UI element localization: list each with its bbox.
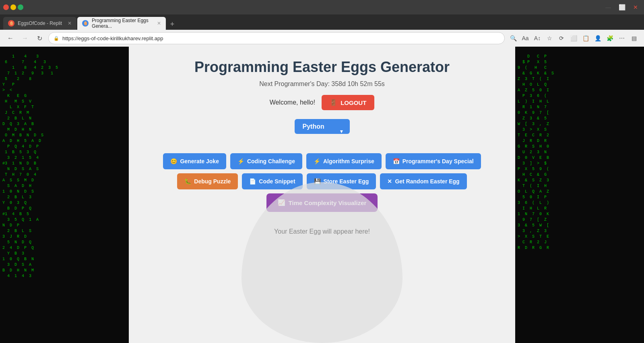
tab-eggs-replit[interactable]: 🥚 EggsOfCode - Replit ✕ [3, 17, 76, 30]
welcome-row: Welcome, hello! 🚪 LOGOUT [270, 95, 375, 110]
tab1-favicon: 🥚 [8, 20, 14, 27]
profile-icon[interactable]: 👤 [592, 33, 603, 43]
favorites-icon[interactable]: ☆ [544, 33, 555, 43]
logout-label: LOGOUT [341, 99, 366, 106]
buttons-row-1: 😊 Generate Joke ⚡ Coding Challenge ⚡ Alg… [163, 153, 481, 169]
window-close-btn[interactable]: ✕ [630, 2, 641, 12]
programmers-day-label: Programmer's Day Special [402, 158, 474, 164]
content-area: Programming Easter Eggs Generator Next P… [129, 47, 515, 343]
countdown: Next Programmer's Day: 358d 10h 52m 55s [259, 80, 385, 88]
logout-button[interactable]: 🚪 LOGOUT [322, 95, 374, 110]
tab2-label: Programming Easter Eggs Genera... [92, 18, 151, 29]
debug-puzzle-label: Debug Puzzle [194, 178, 231, 185]
back-btn[interactable]: ← [5, 33, 16, 44]
split-view-icon[interactable]: ⬜ [568, 33, 579, 43]
refresh-icon[interactable]: ⟳ [556, 33, 567, 43]
address-bar[interactable]: 🔒 https://eggs-of-code-kirillkukharev.re… [48, 32, 505, 44]
minimize-window-btn[interactable] [10, 4, 16, 10]
maximize-window-btn[interactable] [18, 4, 23, 10]
main-area: 1 4 3 6 7 4 3 1 8 4 2 3 5 7 1 2 9 3 1 5 … [0, 47, 644, 343]
search-icon[interactable]: 🔍 [508, 33, 518, 43]
address-text: https://eggs-of-code-kirillkukharev.repl… [62, 35, 500, 41]
debug-puzzle-button[interactable]: 🐛 Debug Puzzle [177, 173, 238, 189]
extensions-icon[interactable]: 🧩 [605, 33, 615, 43]
page-title: Programming Easter Eggs Generator [194, 59, 450, 76]
debug-puzzle-icon: 🐛 [184, 178, 191, 185]
nav-bar: ← → ↻ 🔒 https://eggs-of-code-kirillkukha… [0, 30, 644, 47]
lock-icon: 🔒 [54, 36, 59, 41]
nav-actions: 🔍 Aa A↕ ☆ ⟳ ⬜ 📋 👤 🧩 ⋯ ▤ [508, 33, 639, 43]
tab2-favicon: 🥚 [82, 20, 89, 27]
collections-icon[interactable]: 📋 [580, 33, 591, 43]
welcome-text: Welcome, hello! [270, 99, 316, 106]
algorithm-surprise-button[interactable]: ⚡ Algorithm Surprise [306, 153, 382, 169]
get-random-button[interactable]: ✕ Get Random Easter Egg [380, 173, 466, 189]
generate-joke-button[interactable]: 😊 Generate Joke [163, 153, 226, 169]
tab-easter-eggs[interactable]: 🥚 Programming Easter Eggs Genera... ✕ [77, 17, 166, 30]
placeholder-text: Your Easter Egg will appear here! [274, 228, 370, 235]
tab1-label: EggsOfCode - Replit [18, 21, 62, 26]
window-minimize-btn[interactable]: — [603, 2, 613, 12]
browser-chrome: — ⬜ ✕ 🥚 EggsOfCode - Replit ✕ 🥚 Programm… [0, 0, 644, 47]
egg-background [242, 182, 402, 343]
code-snippet-button[interactable]: 📄 Code Snippet [242, 173, 302, 189]
tab1-close[interactable]: ✕ [68, 21, 72, 26]
code-snippet-icon: 📄 [249, 178, 256, 185]
language-select[interactable]: Python JavaScript Java C++ Go Rust [295, 119, 350, 134]
code-snippet-label: Code Snippet [259, 178, 295, 185]
language-select-wrapper[interactable]: Python JavaScript Java C++ Go Rust [295, 119, 350, 144]
get-random-icon: ✕ [387, 178, 392, 185]
title-bar: — ⬜ ✕ [0, 0, 644, 14]
algorithm-surprise-icon: ⚡ [314, 158, 320, 164]
tab2-close[interactable]: ✕ [157, 21, 161, 26]
new-tab-btn[interactable]: + [167, 18, 178, 30]
sidebar-icon[interactable]: ▤ [629, 33, 639, 43]
matrix-left: 1 4 3 6 7 4 3 1 8 4 2 3 5 7 1 2 9 3 1 5 … [0, 47, 129, 343]
countdown-value: 358d 10h 52m 55s [331, 80, 385, 87]
generate-joke-label: Generate Joke [180, 158, 219, 164]
reader-view-icon[interactable]: A↕ [532, 33, 543, 43]
close-window-btn[interactable] [3, 4, 9, 10]
menu-icon[interactable]: ⋯ [617, 33, 627, 43]
tab-bar: 🥚 EggsOfCode - Replit ✕ 🥚 Programming Ea… [0, 14, 644, 30]
forward-btn[interactable]: → [19, 33, 31, 44]
coding-challenge-label: Coding Challenge [247, 158, 295, 164]
generate-joke-icon: 😊 [170, 158, 177, 164]
get-random-label: Get Random Easter Egg [395, 178, 459, 185]
coding-challenge-icon: ⚡ [237, 158, 244, 164]
coding-challenge-button[interactable]: ⚡ Coding Challenge [230, 153, 302, 169]
matrix-right: D C P $ P X 5 9 ( H C & G K & S Z 3 T ( … [515, 47, 644, 343]
programmers-day-button[interactable]: 📅 Programmer's Day Special [386, 153, 481, 169]
reading-mode-icon[interactable]: Aa [520, 33, 530, 43]
programmers-day-icon: 📅 [393, 158, 400, 164]
countdown-label: Next Programmer's Day: [259, 80, 330, 87]
window-controls [3, 4, 23, 10]
algorithm-surprise-label: Algorithm Surprise [323, 158, 374, 164]
refresh-btn[interactable]: ↻ [34, 33, 45, 44]
logout-icon: 🚪 [330, 99, 337, 106]
window-restore-btn[interactable]: ⬜ [617, 2, 627, 12]
